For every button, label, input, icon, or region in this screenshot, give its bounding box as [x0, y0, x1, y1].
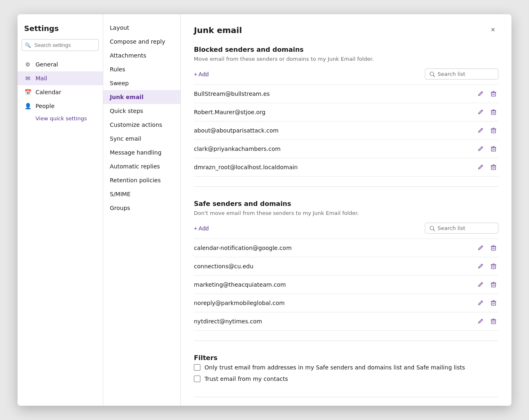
svg-rect-17	[491, 148, 496, 151]
blocked-senders-desc: Move email from these senders or domains…	[194, 56, 498, 62]
sidebar-item-calendar-label: Calendar	[36, 89, 61, 95]
edit-button[interactable]	[476, 126, 485, 135]
search-list-icon	[429, 71, 435, 77]
nav-item-sync[interactable]: Sync email	[103, 132, 180, 146]
email-address: connections@cu.edu	[194, 263, 253, 270]
main-content: Junk email × Blocked senders and domains…	[181, 14, 511, 406]
safe-add-button[interactable]: + Add	[194, 223, 209, 233]
filter-trust-safe-label: Only trust email from addresses in my Sa…	[204, 364, 465, 371]
people-icon: 👤	[24, 103, 31, 109]
email-address: marketing@theacquiateam.com	[194, 281, 286, 288]
nav-item-compose[interactable]: Compose and reply	[103, 35, 180, 49]
edit-button[interactable]	[476, 261, 485, 271]
svg-rect-49	[491, 320, 496, 324]
email-address: dmrazn_root@localhost.localdomain	[194, 164, 298, 170]
main-header: Junk email ×	[194, 24, 498, 36]
table-row: BullStream@bullstream.es	[194, 85, 498, 103]
svg-rect-2	[491, 93, 496, 96]
delete-button[interactable]	[489, 89, 498, 99]
search-box[interactable]: 🔍	[22, 39, 99, 51]
svg-rect-34	[491, 265, 496, 269]
row-actions	[476, 107, 498, 117]
search-settings-input[interactable]	[22, 39, 99, 51]
blocked-senders-section: Blocked senders and domains Move email f…	[194, 46, 498, 187]
delete-button[interactable]	[489, 316, 498, 326]
nav-item-rules[interactable]: Rules	[103, 62, 180, 76]
safe-toolbar: + Add Search list	[194, 223, 498, 234]
email-address: BullStream@bullstream.es	[194, 91, 270, 97]
sidebar-item-people-label: People	[36, 103, 55, 109]
edit-button[interactable]	[476, 144, 485, 154]
nav-item-junk[interactable]: Junk email	[103, 90, 180, 104]
delete-button[interactable]	[489, 144, 498, 154]
nav-item-retention[interactable]: Retention policies	[103, 173, 180, 187]
edit-button[interactable]	[476, 89, 485, 99]
blocked-search-label: Search list	[438, 71, 465, 77]
settings-title: Settings	[18, 21, 103, 39]
email-address: Robert.Maurer@stjoe.org	[194, 109, 265, 115]
svg-rect-22	[491, 166, 496, 170]
edit-button[interactable]	[476, 280, 485, 290]
nav-item-customize-actions[interactable]: Customize actions	[103, 118, 180, 132]
svg-rect-44	[491, 302, 496, 305]
edit-button[interactable]	[476, 162, 485, 172]
delete-button[interactable]	[489, 126, 498, 135]
nav-item-sweep[interactable]: Sweep	[103, 76, 180, 90]
email-address: clark@priyankachambers.com	[194, 146, 280, 152]
edit-button[interactable]	[476, 316, 485, 326]
table-row: calendar-notification@google.com	[194, 239, 498, 257]
blocked-email-list: BullStream@bullstream.es	[194, 84, 498, 177]
safe-search-icon	[429, 225, 435, 231]
email-address: calendar-notification@google.com	[194, 245, 292, 251]
table-row: nytdirect@nytimes.com	[194, 312, 498, 331]
delete-button[interactable]	[489, 243, 498, 253]
delete-button[interactable]	[489, 162, 498, 172]
safe-senders-desc: Don't move email from these senders to m…	[194, 210, 498, 216]
close-button[interactable]: ×	[487, 24, 498, 36]
view-quick-settings-link[interactable]: View quick settings	[18, 113, 103, 124]
delete-button[interactable]	[489, 107, 498, 117]
filter-trust-contacts: Trust email from my contacts	[194, 376, 498, 382]
row-actions	[476, 89, 498, 99]
delete-button[interactable]	[489, 280, 498, 290]
safe-senders-section: Safe senders and domains Don't move emai…	[194, 200, 498, 341]
nav-item-layout[interactable]: Layout	[103, 21, 180, 35]
nav-item-automatic-replies[interactable]: Automatic replies	[103, 159, 180, 173]
sidebar-item-calendar[interactable]: 📅 Calendar	[18, 85, 103, 99]
table-row: noreply@parkmobileglobal.com	[194, 294, 498, 312]
nav-item-smime[interactable]: S/MIME	[103, 187, 180, 201]
row-actions	[476, 261, 498, 271]
table-row: dmrazn_root@localhost.localdomain	[194, 158, 498, 177]
mail-icon: ✉	[24, 75, 31, 82]
nav-item-message-handling[interactable]: Message handling	[103, 146, 180, 159]
nav-item-groups[interactable]: Groups	[103, 201, 180, 215]
table-row: connections@cu.edu	[194, 257, 498, 276]
safe-search-list[interactable]: Search list	[425, 223, 498, 234]
edit-button[interactable]	[476, 107, 485, 117]
svg-rect-12	[491, 129, 496, 133]
table-row: Robert.Maurer@stjoe.org	[194, 103, 498, 122]
delete-button[interactable]	[489, 261, 498, 271]
blocked-search-list[interactable]: Search list	[425, 69, 498, 80]
page-title: Junk email	[194, 25, 242, 35]
nav-item-attachments[interactable]: Attachments	[103, 49, 180, 62]
edit-button[interactable]	[476, 298, 485, 308]
svg-rect-7	[491, 111, 496, 115]
filter-trust-safe: Only trust email from addresses in my Sa…	[194, 364, 498, 371]
sidebar-item-general[interactable]: ⚙ General	[18, 57, 103, 71]
sidebar-item-mail[interactable]: ✉ Mail	[18, 71, 103, 85]
delete-button[interactable]	[489, 298, 498, 308]
blocked-toolbar: + Add Search list	[194, 69, 498, 80]
filter-trust-safe-checkbox[interactable]	[194, 364, 200, 371]
safe-senders-title: Safe senders and domains	[194, 200, 498, 208]
filter-trust-contacts-label: Trust email from my contacts	[204, 376, 288, 382]
row-actions	[476, 144, 498, 154]
nav-item-quick-steps[interactable]: Quick steps	[103, 104, 180, 118]
sidebar-item-general-label: General	[36, 61, 58, 68]
edit-button[interactable]	[476, 243, 485, 253]
sidebar-item-people[interactable]: 👤 People	[18, 99, 103, 113]
filter-trust-contacts-checkbox[interactable]	[194, 376, 200, 382]
svg-rect-39	[491, 283, 496, 287]
blocked-add-button[interactable]: + Add	[194, 69, 209, 79]
middle-nav: Layout Compose and reply Attachments Rul…	[103, 14, 181, 406]
